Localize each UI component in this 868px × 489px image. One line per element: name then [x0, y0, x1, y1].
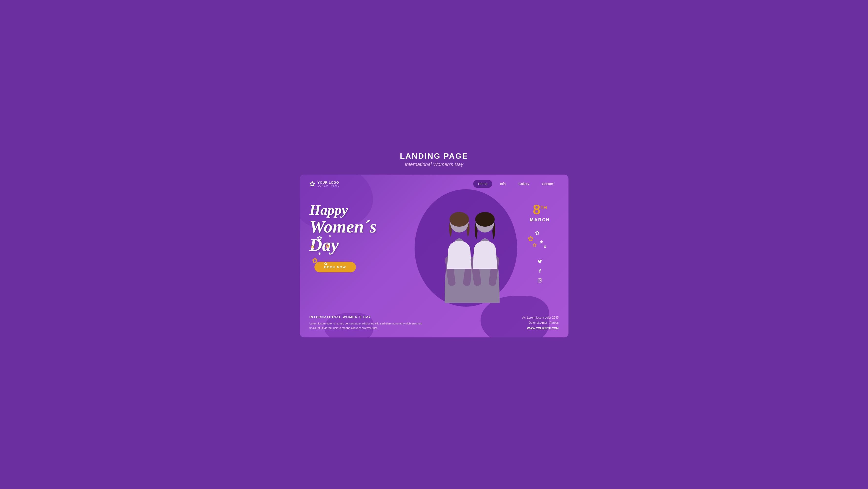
- hero-line1: Happy: [310, 203, 422, 218]
- social-icons: [538, 259, 542, 284]
- nav-item-info[interactable]: Info: [495, 180, 510, 188]
- main-content: Happy Women´s Day ✿ ✿ ✾ ✿ ✿ ✿ ✾ BOOK NOW: [300, 191, 568, 310]
- hero-line2: Women´s: [310, 218, 422, 236]
- bottom-left-content: INTERNATIONAL WOMEN´S DAY Lorem ipsum do…: [310, 315, 429, 330]
- flower-decoration-5: ✿: [324, 261, 328, 266]
- bottom-right-content: Av. Lorem ipsum dolor 2045 Dolor sit Ame…: [484, 315, 559, 330]
- women-illustration: [425, 200, 518, 303]
- flower-r3: ✾: [540, 239, 543, 244]
- svg-point-10: [540, 279, 541, 280]
- logo-tagline: LOREM IPSUM: [318, 184, 340, 187]
- flower-decoration-1: ✿: [317, 234, 322, 242]
- svg-point-9: [539, 280, 540, 281]
- logo-icon: ✿: [310, 180, 315, 188]
- flower-decoration-2: ✿: [326, 243, 330, 249]
- book-now-button[interactable]: BOOK NOW: [314, 262, 356, 272]
- right-section: 8TH MARCH ✿ ✿ ✾ ✿ ✿: [521, 195, 559, 284]
- left-section: Happy Women´s Day ✿ ✿ ✾ ✿ ✿ ✿ ✾ BOOK NOW: [310, 195, 422, 272]
- nav-item-contact[interactable]: Contact: [537, 180, 558, 188]
- bottom-heading: INTERNATIONAL WOMEN´S DAY: [310, 315, 429, 319]
- svg-point-7: [475, 212, 495, 227]
- nav-links: Home Info Gallery Contact: [473, 180, 558, 188]
- flower-decoration-6: ✿: [311, 244, 314, 250]
- flower-r4: ✿: [533, 242, 537, 248]
- flower-r1: ✿: [535, 230, 539, 236]
- nav-item-home[interactable]: Home: [473, 180, 492, 188]
- flower-decoration-4: ✿: [312, 257, 318, 264]
- bottom-body-text: Lorem ipsum dolor sit amet, consectetuer…: [310, 321, 429, 330]
- svg-point-6: [450, 212, 469, 227]
- navbar: ✿ YOUR LOGO LOREM IPSUM Home Info Galler…: [300, 175, 568, 191]
- page-subtitle: International Women's Day: [400, 162, 468, 167]
- website-url: WWW.YOURSITE.COM: [484, 327, 559, 330]
- logo-text-block: YOUR LOGO LOREM IPSUM: [318, 181, 340, 187]
- flower-decoration-3: ✾: [318, 252, 321, 256]
- instagram-icon[interactable]: [538, 278, 542, 284]
- flower-group-right: ✿ ✿ ✾ ✿ ✿: [528, 230, 552, 250]
- landing-card: ✿ YOUR LOGO LOREM IPSUM Home Info Galler…: [300, 175, 568, 338]
- nav-item-gallery[interactable]: Gallery: [514, 180, 534, 188]
- date-superscript: TH: [540, 205, 547, 210]
- twitter-icon[interactable]: [538, 259, 542, 265]
- page-title: LANDING PAGE: [400, 152, 468, 161]
- facebook-icon[interactable]: [538, 269, 542, 274]
- flower-r2: ✿: [528, 235, 533, 243]
- date-month: MARCH: [530, 218, 550, 223]
- bottom-section: INTERNATIONAL WOMEN´S DAY Lorem ipsum do…: [300, 310, 568, 338]
- flower-r5: ✿: [544, 244, 547, 249]
- logo-name: YOUR LOGO: [318, 181, 340, 184]
- date-number: 8TH: [533, 202, 547, 217]
- flower-decoration-7: ✾: [329, 234, 332, 238]
- address-line1: Av. Lorem ipsum dolor 2045: [484, 315, 559, 320]
- logo: ✿ YOUR LOGO LOREM IPSUM: [310, 180, 340, 188]
- center-section: [422, 195, 521, 303]
- address-line2: Dolor sit Amet - Adress: [484, 320, 559, 326]
- date-display: 8TH MARCH: [530, 203, 550, 223]
- svg-rect-8: [538, 279, 542, 282]
